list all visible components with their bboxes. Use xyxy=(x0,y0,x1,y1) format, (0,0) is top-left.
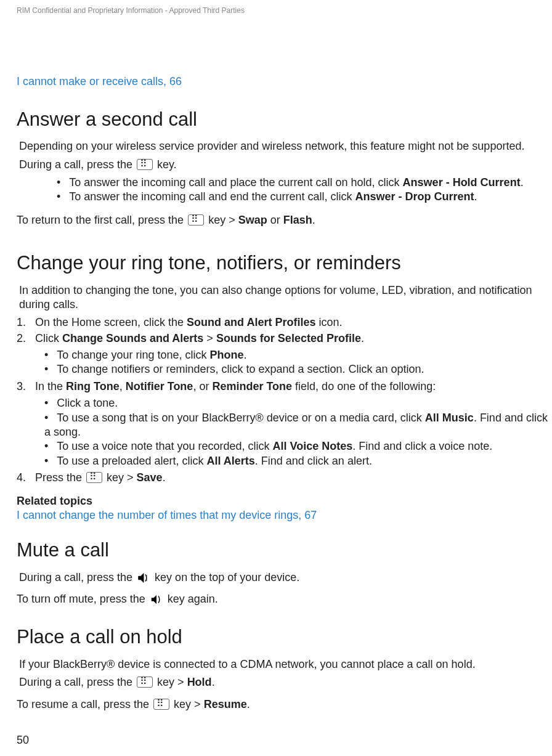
list-item: 1.On the Home screen, click the Sound an… xyxy=(17,315,552,330)
related-topics-title: Related topics xyxy=(17,494,552,508)
mute-key-icon xyxy=(150,593,163,606)
ordered-list: 1.On the Home screen, click the Sound an… xyxy=(17,315,552,485)
heading-place-call-hold: Place a call on hold xyxy=(17,625,552,649)
link-device-rings[interactable]: I cannot change the number of times that… xyxy=(17,508,552,522)
paragraph: Depending on your wireless service provi… xyxy=(19,139,550,153)
paragraph: In addition to changing the tone, you ca… xyxy=(19,283,550,312)
paragraph: To turn off mute, press the key again. xyxy=(17,592,550,606)
blackberry-key-icon xyxy=(86,472,102,483)
paragraph: To resume a call, press the key > Resume… xyxy=(17,697,550,712)
heading-answer-second-call: Answer a second call xyxy=(17,107,552,132)
paragraph: If your BlackBerry® device is connected … xyxy=(19,657,550,672)
list-item: To change notifiers or reminders, click … xyxy=(44,362,552,376)
bullet-list: To change your ring tone, click Phone. T… xyxy=(44,348,552,377)
heading-mute-call: Mute a call xyxy=(17,538,552,563)
paragraph: During a call, press the key > Hold. xyxy=(19,675,550,689)
list-item: To use a voice note that you recorded, c… xyxy=(44,439,552,453)
bullet-list: To answer the incoming call and place th… xyxy=(57,176,552,205)
link-cannot-make-calls[interactable]: I cannot make or receive calls, 66 xyxy=(17,75,552,89)
list-item: To answer the incoming call and end the … xyxy=(57,190,552,204)
blackberry-key-icon xyxy=(137,677,153,688)
paragraph: To return to the first call, press the k… xyxy=(17,213,550,227)
paragraph: During a call, press the key on the top … xyxy=(19,571,550,585)
list-item: 2.Click Change Sounds and Alerts > Sound… xyxy=(17,331,552,377)
blackberry-key-icon xyxy=(188,214,204,226)
mute-key-icon xyxy=(137,571,150,585)
paragraph: During a call, press the key. xyxy=(19,158,550,172)
list-item: 3.In the Ring Tone, Notifier Tone, or Re… xyxy=(17,380,552,468)
list-item: To change your ring tone, click Phone. xyxy=(44,348,552,362)
heading-change-ring-tone: Change your ring tone, notifiers, or rem… xyxy=(17,251,552,275)
blackberry-key-icon xyxy=(137,159,153,170)
list-item: To answer the incoming call and place th… xyxy=(57,176,552,190)
confidential-header: RIM Confidential and Proprietary Informa… xyxy=(17,6,552,16)
page-number: 50 xyxy=(17,733,29,747)
list-item: To use a preloaded alert, click All Aler… xyxy=(44,454,552,468)
bullet-list: Click a tone. To use a song that is on y… xyxy=(44,396,552,468)
blackberry-key-icon xyxy=(153,699,169,710)
list-item: To use a song that is on your BlackBerry… xyxy=(44,411,552,440)
list-item: 4.Press the key > Save. xyxy=(17,471,552,485)
list-item: Click a tone. xyxy=(44,396,552,410)
